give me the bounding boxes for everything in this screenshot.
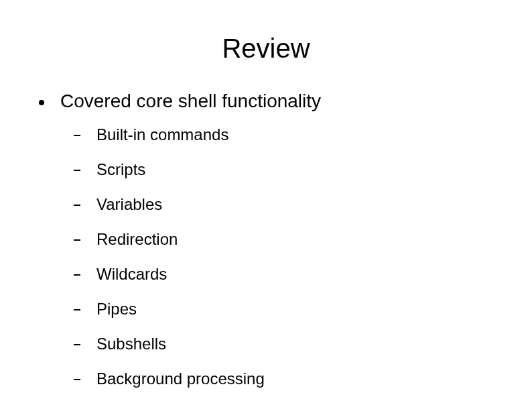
- list-item: Pipes: [74, 300, 498, 319]
- dash-icon: [74, 170, 80, 171]
- main-item-text: Covered core shell functionality: [60, 91, 321, 112]
- dash-icon: [74, 274, 80, 276]
- dash-icon: [74, 135, 80, 136]
- sub-item-text: Wildcards: [96, 265, 167, 284]
- dash-icon: [74, 344, 80, 345]
- sub-item-text: Variables: [96, 195, 162, 214]
- slide-container: Review Covered core shell functionality …: [0, 0, 532, 399]
- list-item: Variables: [74, 195, 498, 214]
- sub-item-text: Built-in commands: [96, 125, 228, 144]
- list-item: Redirection: [74, 230, 498, 249]
- main-list: Covered core shell functionality: [34, 91, 498, 112]
- sub-item-text: Pipes: [96, 300, 137, 319]
- main-item: Covered core shell functionality: [34, 91, 498, 112]
- sub-list: Built-in commands Scripts Variables Redi…: [34, 125, 498, 388]
- sub-item-text: Background processing: [96, 369, 265, 388]
- dash-icon: [74, 239, 80, 241]
- dash-icon: [74, 309, 80, 310]
- dash-icon: [74, 205, 80, 206]
- slide-title: Review: [34, 34, 498, 64]
- dash-icon: [74, 379, 80, 380]
- list-item: Subshells: [74, 335, 498, 353]
- list-item: Built-in commands: [74, 125, 498, 144]
- sub-item-text: Redirection: [96, 230, 178, 249]
- sub-item-text: Subshells: [96, 335, 166, 353]
- list-item: Background processing: [74, 369, 498, 388]
- list-item: Scripts: [74, 160, 498, 179]
- bullet-icon: [39, 100, 44, 105]
- list-item: Wildcards: [74, 265, 498, 284]
- sub-item-text: Scripts: [96, 160, 145, 179]
